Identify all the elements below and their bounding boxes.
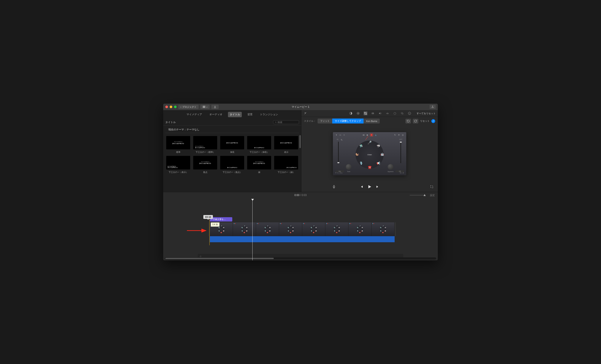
color-wheel-icon[interactable] [356, 111, 360, 115]
tab-backgrounds[interactable]: 背景 [246, 112, 254, 117]
svg-rect-0 [203, 106, 204, 107]
title-item[interactable]: タイトルテキストタイトルテキスト標準 [166, 136, 190, 154]
target-icon: ◎ [401, 134, 404, 136]
color-balance-icon[interactable] [349, 111, 353, 115]
ken-burns-button[interactable]: Ken Burns [363, 119, 380, 123]
squeeze-knob [388, 164, 393, 170]
titles-grid: タイトルテキストタイトルテキスト標準 タイトルテキストタイトルテキスト下三分の一… [163, 133, 301, 177]
duration-tooltip: 3.4 秒 [211, 222, 220, 227]
skip-back-button[interactable] [360, 185, 363, 189]
svg-point-7 [358, 113, 359, 114]
crop-icon[interactable] [363, 111, 367, 115]
video-clip[interactable]: 🎤🛸🦈🎙️📢☎️ 🎤🛸🦈🎙️📢☎️ 🎤🛸🦈🎙️📢☎️ 🎤🛸🦈🎙️📢☎️ 🎤🛸🦈🎙… [210, 222, 395, 236]
browser-header: タイトル [163, 119, 301, 126]
title-item[interactable]: タイトルテキスト伸長 [220, 136, 244, 154]
minimize-window-button[interactable] [170, 106, 172, 108]
play-mini-icon: ▶ [366, 134, 369, 136]
note-icon: ♪ [206, 106, 208, 108]
gear-icon: ✲ [398, 134, 400, 136]
out-label: OUT [399, 139, 402, 140]
crop-to-fill-button[interactable]: サイズ調整してクロップ [332, 119, 363, 123]
tab-my-media[interactable]: マイメディア [185, 112, 204, 117]
rotate-cw-icon [414, 120, 417, 123]
volume-icon[interactable] [378, 111, 382, 115]
rotate-ccw-icon [407, 120, 410, 123]
crop-style-segment: フィット サイズ調整してクロップ Ken Burns [318, 119, 380, 123]
skip-forward-button[interactable] [376, 185, 380, 189]
playhead-marker[interactable] [251, 199, 254, 201]
search-input[interactable] [278, 121, 297, 123]
preview-toolbar: ▾ ▭ ≡ ⏮ ▶ ◬ ↻ ✲ ◎ [335, 133, 404, 136]
playhead-line [252, 200, 253, 260]
title-item[interactable]: タイトルテキストタイトルテキスト下三分の一（標準） [193, 136, 217, 154]
fullscreen-button[interactable] [430, 185, 433, 189]
title-item[interactable]: タイトルテキスト下三分の一（伸長） [247, 136, 271, 154]
svg-point-9 [372, 113, 373, 114]
reset-crop-button[interactable]: リセット [420, 119, 430, 123]
timeline-area[interactable]: 03:10 – 字幕文章を… 3.4 秒 🎤🛸🦈🎙️📢☎️ 🎤🛸🦈🎙️📢☎️ 🎤… [163, 198, 438, 260]
title-item[interactable]: タイトルテキストタイトルテキスト焦点 [193, 156, 217, 173]
back-to-projects-button[interactable]: ‹ プロジェクト [178, 105, 199, 109]
zoom-slider[interactable] [410, 195, 425, 195]
rotate-ccw-button[interactable] [405, 119, 411, 123]
style-label: スタイル： [304, 119, 316, 123]
preview-canvas[interactable]: ▾ ▭ ≡ ⏮ ▶ ◬ ↻ ✲ ◎ IN OU [333, 132, 406, 175]
timeline-settings-button[interactable]: 設定 [430, 194, 435, 197]
timeline-scrollbar[interactable] [165, 257, 436, 260]
record-icon [370, 133, 373, 136]
speed-icon[interactable] [393, 111, 397, 115]
tab-transitions[interactable]: トランジション [258, 112, 280, 117]
import-button[interactable] [211, 105, 219, 109]
title-item[interactable]: タイトルテキストタイトルテキスト線 [247, 156, 271, 173]
annotation-arrow [187, 228, 209, 233]
zoom-window-button[interactable] [174, 106, 177, 108]
list-icon: ≡ [343, 134, 345, 136]
title-item[interactable]: タイトルテキスト下三分の一（線） [274, 156, 298, 173]
viewer-panel: すべてをリセット スタイル： フィット サイズ調整してクロップ Ken Burn… [301, 110, 438, 192]
chevron-down-icon: ▾ [335, 134, 338, 136]
clip-filter-icon[interactable] [400, 111, 404, 115]
reset-all-button[interactable]: すべてをリセット [417, 112, 436, 115]
clip-thumbnail: 🎤🛸🦈🎙️📢☎️ [256, 222, 279, 236]
chevron-left-icon: ‹ [180, 106, 181, 108]
media-browser: マイメディア オーディオ タイトル 背景 トランジション タイトル 現在のテーマ… [163, 110, 301, 192]
duration: 0:03 [301, 194, 307, 197]
fit-button[interactable]: フィット [318, 119, 332, 123]
title-item[interactable]: タイトルテキストタイトルテキスト下三分の一（表示） [166, 156, 190, 173]
tab-audio[interactable]: オーディオ [208, 112, 224, 117]
share-button[interactable] [430, 105, 436, 109]
title-clip[interactable]: – 字幕文章を… [210, 217, 232, 222]
time-header: 0:00 / 0:03 設定 [163, 192, 438, 198]
stabilize-icon[interactable] [371, 111, 375, 115]
browser-section-label: タイトル [165, 121, 176, 124]
theme-label: 現在のテーマ：テーマなし [165, 126, 299, 133]
title-item[interactable]: タイトルテキスト下三分の一（焦点） [220, 156, 244, 173]
browser-scrollbar[interactable] [300, 135, 301, 148]
window-title: マイムービー 1 [292, 105, 309, 109]
current-time: 0:00 [294, 194, 300, 197]
close-window-button[interactable] [165, 106, 168, 108]
record-indicator-line [365, 136, 368, 140]
voice-wheel: Clean 🎤 🛸 🦈 🐿️ 🤖 🎙️ 📢 ☎️ [356, 141, 384, 169]
svg-rect-2 [203, 107, 204, 108]
library-list-button[interactable]: ♪ [200, 105, 210, 109]
transport-controls [360, 184, 380, 190]
noise-reduction-icon[interactable] [386, 111, 390, 115]
voiceover-mic-icon[interactable] [332, 185, 336, 189]
time-display: 0:00 / 0:03 [294, 194, 307, 197]
prev-icon: ⏮ [362, 134, 365, 136]
magic-wand-icon[interactable] [303, 111, 307, 115]
wheel-center-label: Clean [367, 154, 372, 156]
title-item[interactable]: タイトルテキスト表示 [274, 136, 298, 154]
clip-right-edge[interactable] [395, 222, 396, 236]
svg-point-4 [275, 121, 276, 122]
tab-titles[interactable]: タイトル [228, 112, 242, 117]
play-button[interactable] [367, 184, 372, 190]
svg-rect-1 [204, 106, 205, 107]
apply-check-icon[interactable]: ✓ [431, 119, 435, 123]
info-icon[interactable] [408, 111, 411, 115]
clip-thumbnail: 🎤🛸🦈🎙️📢☎️ [348, 222, 371, 236]
upper-split: マイメディア オーディオ タイトル 背景 トランジション タイトル 現在のテーマ… [163, 110, 438, 192]
rotate-cw-button[interactable] [413, 119, 418, 123]
audio-track[interactable] [210, 236, 395, 242]
